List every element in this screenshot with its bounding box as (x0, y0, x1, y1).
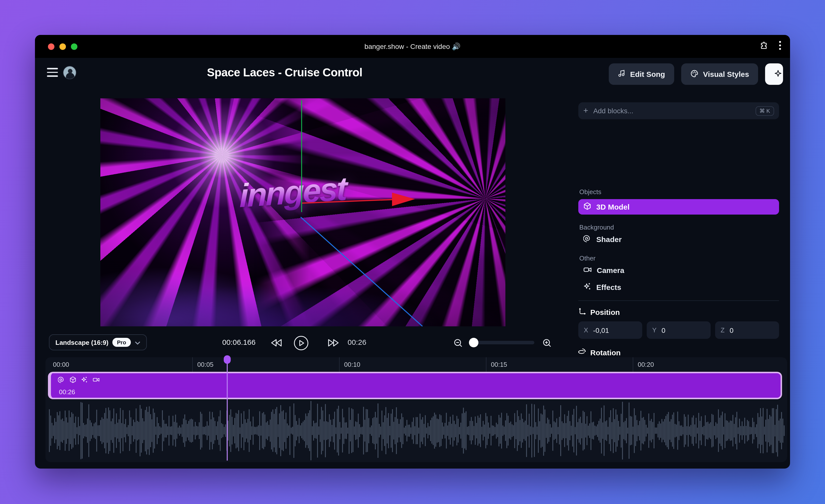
titlebar: banger.show - Create video 🔊 (35, 35, 790, 58)
close-window-button[interactable] (48, 43, 55, 50)
section-label-other: Other (579, 254, 596, 262)
hamburger-menu-icon[interactable] (47, 68, 58, 77)
palette-icon (690, 69, 698, 79)
clip-duration: 00:26 (59, 388, 75, 396)
play-button[interactable] (294, 335, 309, 350)
ruler-label: 00:00 (53, 361, 69, 368)
extensions-puzzle-icon[interactable] (760, 41, 768, 52)
render-button[interactable]: Render (765, 63, 783, 85)
timeline-ruler[interactable]: 00:00 00:05 00:10 00:15 00:20 (46, 357, 787, 372)
sidebar-item-3d-model[interactable]: 3D Model (578, 199, 779, 215)
maximize-window-button[interactable] (71, 43, 77, 50)
position-z-input[interactable]: Z0 (715, 321, 779, 339)
gizmo-z-axis (301, 217, 423, 326)
position-x-input[interactable]: X-0,01 (578, 321, 642, 339)
rewind-icon[interactable] (269, 335, 284, 350)
desktop-background: banger.show - Create video 🔊 Space Laces… (0, 0, 825, 504)
gizmo-x-axis (302, 199, 392, 203)
minimize-window-button[interactable] (59, 43, 66, 50)
move-3d-icon (578, 308, 586, 317)
add-blocks-input[interactable]: + Add blocks... ⌘ K (578, 102, 779, 119)
spiral-icon (58, 376, 65, 385)
zoom-in-icon[interactable] (539, 335, 554, 350)
rotation-header: Rotation (578, 348, 621, 357)
section-label-background: Background (579, 224, 614, 231)
page-title: Space Laces - Cruise Control (155, 66, 415, 79)
video-camera-icon (92, 376, 100, 385)
edit-song-button[interactable]: Edit Song (608, 63, 674, 85)
ruler-label: 00:10 (344, 361, 360, 368)
sparkles-icon (81, 376, 88, 385)
sidebar: + Add blocks... ⌘ K Objects 3D Model Bac… (578, 93, 779, 357)
ruler-label: 00:20 (638, 361, 654, 368)
timeline-clip[interactable]: 00:26 (48, 372, 782, 399)
sidebar-item-camera[interactable]: Camera (578, 262, 779, 278)
pro-badge: Pro (112, 338, 131, 347)
cube-icon (69, 376, 76, 385)
sidebar-item-shader[interactable]: Shader (578, 232, 779, 247)
app-window: banger.show - Create video 🔊 Space Laces… (35, 35, 790, 469)
spiral-icon (583, 235, 591, 244)
timeline: 00:00 00:05 00:10 00:15 00:20 00:26 (46, 357, 787, 462)
timeline-zoom-slider[interactable] (470, 341, 534, 344)
sparkles-icon (583, 282, 591, 292)
sidebar-item-effects[interactable]: Effects (578, 279, 779, 295)
section-label-objects: Objects (579, 188, 601, 196)
position-y-input[interactable]: Y0 (647, 321, 710, 339)
visual-styles-button[interactable]: Visual Styles (681, 63, 758, 85)
aspect-ratio-dropdown[interactable]: Landscape (16:9) Pro (49, 334, 147, 350)
position-inputs: X-0,01 Y0 Z0 (578, 321, 779, 339)
sparkle-icon (774, 69, 782, 79)
header: Space Laces - Cruise Control Edit Song V… (35, 58, 790, 91)
audio-waveform[interactable] (49, 401, 785, 460)
position-header: Position (578, 308, 620, 317)
avatar[interactable] (63, 66, 76, 79)
chevron-down-icon (135, 339, 140, 346)
rotate-3d-icon (578, 348, 586, 357)
video-camera-icon (583, 265, 592, 275)
window-title: banger.show - Create video 🔊 (35, 43, 790, 51)
zoom-out-icon[interactable] (450, 335, 465, 350)
video-preview-viewport[interactable]: inngest (100, 98, 505, 326)
timeline-zoom-knob[interactable] (469, 338, 478, 347)
current-time: 00:06.166 (222, 338, 255, 346)
shortcut-badge: ⌘ K (755, 106, 774, 115)
fast-forward-icon[interactable] (326, 335, 341, 350)
music-note-icon (617, 69, 625, 79)
ruler-label: 00:15 (491, 361, 507, 368)
plus-icon: + (583, 106, 588, 116)
transform-gizmo (100, 98, 505, 326)
playhead-knob[interactable] (224, 355, 231, 364)
total-duration: 00:26 (348, 338, 366, 346)
playback-controls: Landscape (16:9) Pro 00:06.166 00:26 (35, 334, 578, 351)
kebab-menu-icon[interactable] (779, 41, 781, 52)
cube-icon (583, 202, 591, 212)
ruler-label: 00:05 (197, 361, 214, 368)
